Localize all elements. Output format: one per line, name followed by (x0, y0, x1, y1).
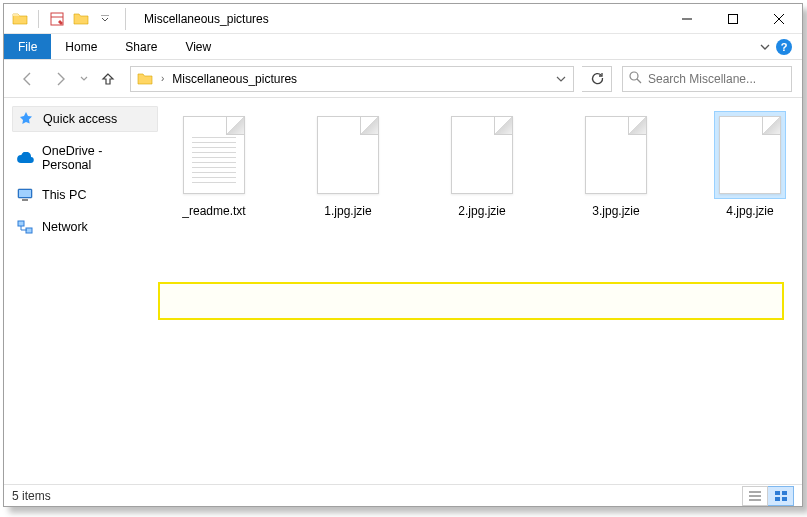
text-file-icon (183, 116, 245, 194)
nav-back-button[interactable] (14, 65, 42, 93)
ribbon-right: ? (760, 34, 802, 59)
title-bar: Miscellaneous_pictures (4, 4, 802, 34)
file-grid: _readme.txt1.jpg.jzie2.jpg.jzie3.jpg.jzi… (172, 112, 792, 218)
tab-home[interactable]: Home (51, 34, 111, 59)
nav-bar: › Miscellaneous_pictures (4, 60, 802, 98)
file-thumbnail (581, 112, 651, 198)
nav-pane: Quick access OneDrive - Personal This PC… (4, 98, 158, 484)
file-name-label: 4.jpg.jzie (726, 204, 773, 218)
window-title: Miscellaneous_pictures (144, 12, 269, 26)
refresh-button[interactable] (582, 66, 612, 92)
help-button[interactable]: ? (776, 39, 792, 55)
sidebar-item-label: Quick access (43, 112, 117, 126)
file-thumbnail (313, 112, 383, 198)
folder-icon (10, 9, 30, 29)
sidebar-item-thispc[interactable]: This PC (12, 184, 158, 206)
star-icon (17, 110, 35, 128)
tab-view[interactable]: View (171, 34, 225, 59)
svg-rect-5 (22, 199, 28, 201)
search-box[interactable] (622, 66, 792, 92)
address-segment[interactable]: Miscellaneous_pictures (168, 72, 301, 86)
content-pane[interactable]: _readme.txt1.jpg.jzie2.jpg.jzie3.jpg.jzi… (158, 98, 802, 484)
qat-newfolder-button[interactable] (71, 9, 91, 29)
svg-rect-4 (19, 190, 31, 197)
sidebar-item-quickaccess[interactable]: Quick access (12, 106, 158, 132)
svg-rect-11 (782, 497, 787, 501)
minimize-button[interactable] (664, 4, 710, 33)
file-thumbnail (715, 112, 785, 198)
expand-ribbon-button[interactable] (760, 38, 770, 56)
search-input[interactable] (648, 72, 785, 86)
sidebar-item-network[interactable]: Network (12, 216, 158, 238)
svg-rect-9 (782, 491, 787, 495)
address-folder-icon[interactable] (133, 71, 157, 87)
explorer-window: Miscellaneous_pictures File Home Share V… (3, 3, 803, 507)
file-name-label: _readme.txt (182, 204, 245, 218)
nav-recent-button[interactable] (78, 75, 90, 83)
titlebar-left: Miscellaneous_pictures (4, 8, 269, 30)
status-item-count: 5 items (12, 489, 51, 503)
file-thumbnail (179, 112, 249, 198)
cloud-icon (16, 149, 34, 167)
file-name-label: 1.jpg.jzie (324, 204, 371, 218)
file-item[interactable]: 3.jpg.jzie (574, 112, 658, 218)
search-icon (629, 71, 642, 87)
qat-properties-button[interactable] (47, 9, 67, 29)
sidebar-item-onedrive[interactable]: OneDrive - Personal (12, 142, 158, 174)
status-bar: 5 items (4, 484, 802, 506)
file-item[interactable]: _readme.txt (172, 112, 256, 218)
ribbon: File Home Share View ? (4, 34, 802, 60)
file-item[interactable]: 4.jpg.jzie (708, 112, 792, 218)
sidebar-item-label: OneDrive - Personal (42, 144, 154, 172)
svg-rect-8 (775, 491, 780, 495)
annotation-highlight (158, 282, 784, 320)
icons-view-button[interactable] (768, 486, 794, 506)
close-button[interactable] (756, 4, 802, 33)
file-item[interactable]: 1.jpg.jzie (306, 112, 390, 218)
file-item[interactable]: 2.jpg.jzie (440, 112, 524, 218)
address-bar[interactable]: › Miscellaneous_pictures (130, 66, 574, 92)
generic-file-icon (451, 116, 513, 194)
svg-rect-6 (18, 221, 24, 226)
generic-file-icon (585, 116, 647, 194)
file-name-label: 3.jpg.jzie (592, 204, 639, 218)
sidebar-item-label: This PC (42, 188, 86, 202)
nav-forward-button[interactable] (46, 65, 74, 93)
details-view-button[interactable] (742, 486, 768, 506)
svg-rect-10 (775, 497, 780, 501)
file-tab[interactable]: File (4, 34, 51, 59)
generic-file-icon (317, 116, 379, 194)
monitor-icon (16, 186, 34, 204)
address-dropdown-button[interactable] (551, 74, 571, 84)
qat-separator (38, 10, 39, 28)
window-controls (664, 4, 802, 33)
file-name-label: 2.jpg.jzie (458, 204, 505, 218)
maximize-button[interactable] (710, 4, 756, 33)
title-separator (125, 8, 126, 30)
address-chevron-icon[interactable]: › (157, 73, 168, 84)
network-icon (16, 218, 34, 236)
generic-file-icon (719, 116, 781, 194)
file-thumbnail (447, 112, 517, 198)
nav-up-button[interactable] (94, 65, 122, 93)
svg-rect-1 (729, 14, 738, 23)
svg-point-2 (630, 72, 638, 80)
tab-share[interactable]: Share (111, 34, 171, 59)
qat-customize-button[interactable] (95, 9, 115, 29)
sidebar-item-label: Network (42, 220, 88, 234)
body: Quick access OneDrive - Personal This PC… (4, 98, 802, 484)
view-mode-switcher (742, 486, 794, 506)
